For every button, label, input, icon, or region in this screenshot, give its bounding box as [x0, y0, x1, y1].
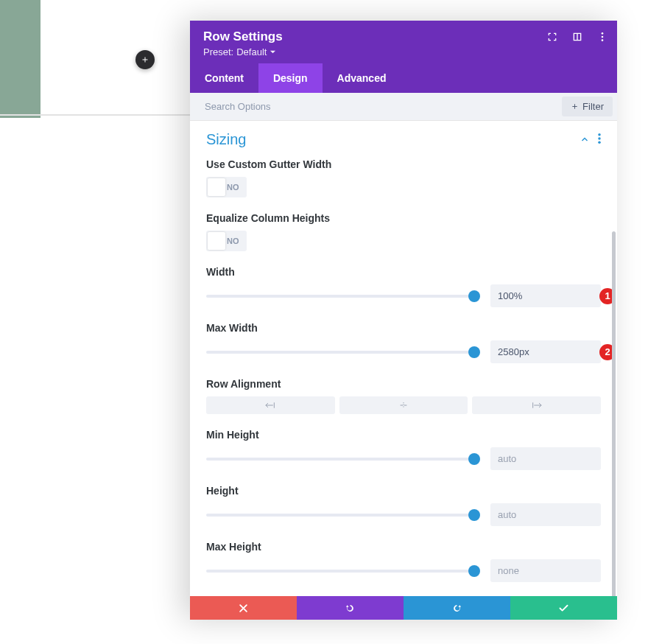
- field-width: Width 1: [206, 266, 601, 307]
- align-center-button[interactable]: [339, 396, 468, 414]
- slider-thumb[interactable]: [468, 290, 480, 302]
- plus-icon: [571, 102, 579, 111]
- maxheight-input[interactable]: [490, 559, 601, 582]
- field-gutter: Use Custom Gutter Width NO: [206, 158, 601, 197]
- field-row-alignment: Row Alignment: [206, 378, 601, 414]
- minheight-input[interactable]: [490, 447, 601, 470]
- row-alignment-label: Row Alignment: [206, 378, 601, 390]
- gutter-label: Use Custom Gutter Width: [206, 158, 601, 170]
- columns-icon[interactable]: [571, 31, 583, 43]
- minheight-label: Min Height: [206, 429, 601, 441]
- header-action-icons: [546, 31, 608, 43]
- field-min-height: Min Height: [206, 429, 601, 470]
- tab-content[interactable]: Content: [190, 63, 258, 93]
- equalize-toggle-state: NO: [227, 237, 239, 245]
- height-label: Height: [206, 485, 601, 497]
- maxwidth-label: Max Width: [206, 322, 601, 334]
- slider-thumb[interactable]: [468, 565, 480, 577]
- height-slider[interactable]: [206, 509, 476, 521]
- panel-title: Row Settings: [203, 29, 604, 44]
- panel-scroll[interactable]: Sizing Use Custom Gutter Width NO: [190, 121, 617, 596]
- maxheight-slider[interactable]: [206, 565, 476, 577]
- tab-advanced[interactable]: Advanced: [323, 63, 401, 93]
- collapse-icon[interactable]: [580, 134, 589, 146]
- align-center-icon: [398, 401, 409, 410]
- gutter-toggle[interactable]: NO: [206, 177, 247, 197]
- slider-thumb[interactable]: [468, 453, 480, 465]
- row-settings-panel: Row Settings Preset: Default Content Des…: [190, 21, 617, 620]
- maxwidth-slider[interactable]: [206, 346, 476, 358]
- svg-point-4: [598, 137, 601, 140]
- equalize-label: Equalize Column Heights: [206, 212, 601, 224]
- confirm-button[interactable]: [510, 596, 617, 620]
- svg-point-5: [598, 141, 601, 144]
- toggle-knob: [208, 232, 225, 250]
- field-equalize: Equalize Column Heights NO: [206, 212, 601, 251]
- expand-icon[interactable]: [546, 31, 558, 43]
- width-input[interactable]: [490, 284, 601, 307]
- more-icon[interactable]: [596, 31, 608, 43]
- preset-prefix: Preset:: [203, 46, 233, 57]
- section-sizing: Sizing Use Custom Gutter Width NO: [190, 121, 617, 596]
- maxheight-label: Max Height: [206, 541, 601, 553]
- toggle-knob: [208, 178, 225, 196]
- field-max-width: Max Width 2: [206, 322, 601, 363]
- filter-button[interactable]: Filter: [562, 97, 613, 116]
- section-title-sizing: Sizing: [206, 131, 246, 148]
- panel-body: Sizing Use Custom Gutter Width NO: [190, 121, 617, 596]
- slider-thumb[interactable]: [468, 346, 480, 358]
- page-background-block: [0, 0, 40, 118]
- align-left-button[interactable]: [206, 396, 335, 414]
- cancel-button[interactable]: [190, 596, 297, 620]
- search-row: Filter: [190, 93, 617, 121]
- preset-dropdown[interactable]: Preset: Default: [203, 46, 604, 57]
- panel-footer: [190, 596, 617, 620]
- height-input[interactable]: [490, 503, 601, 526]
- minheight-slider[interactable]: [206, 453, 476, 465]
- width-slider[interactable]: [206, 290, 476, 302]
- search-input[interactable]: [190, 93, 557, 120]
- redo-icon: [451, 603, 462, 614]
- svg-point-1: [602, 36, 604, 38]
- slider-thumb[interactable]: [468, 509, 480, 521]
- undo-icon: [345, 603, 356, 614]
- svg-point-3: [598, 133, 601, 136]
- svg-point-2: [602, 39, 604, 41]
- redo-button[interactable]: [404, 596, 510, 620]
- filter-label: Filter: [582, 101, 604, 112]
- caret-down-icon: [270, 49, 276, 55]
- scrollbar[interactable]: [612, 231, 616, 596]
- align-right-button[interactable]: [472, 396, 601, 414]
- undo-button[interactable]: [297, 596, 404, 620]
- section-more-icon[interactable]: [598, 133, 601, 146]
- equalize-toggle[interactable]: NO: [206, 231, 247, 251]
- add-module-button[interactable]: [135, 50, 155, 69]
- field-height: Height: [206, 485, 601, 526]
- check-icon: [558, 603, 569, 614]
- tabs: Content Design Advanced: [190, 63, 617, 93]
- width-label: Width: [206, 266, 601, 278]
- page-background-divider: [0, 114, 191, 116]
- preset-value: Default: [236, 46, 267, 57]
- align-left-icon: [264, 401, 276, 410]
- align-right-icon: [531, 401, 543, 410]
- panel-header: Row Settings Preset: Default: [190, 21, 617, 63]
- gutter-toggle-state: NO: [227, 183, 239, 192]
- tab-design[interactable]: Design: [258, 63, 323, 93]
- svg-point-0: [602, 32, 604, 35]
- field-max-height: Max Height: [206, 541, 601, 582]
- close-icon: [238, 603, 249, 614]
- maxwidth-input[interactable]: [490, 340, 601, 363]
